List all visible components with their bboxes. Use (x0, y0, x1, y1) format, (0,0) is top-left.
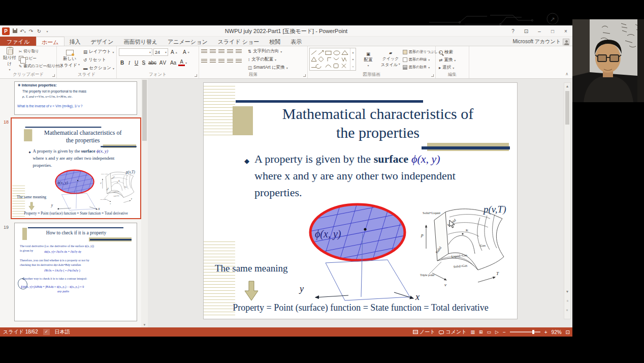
bold-button[interactable]: B (119, 60, 125, 66)
quick-styles-button[interactable]: ▰ クイック スタイル▾ (379, 48, 402, 71)
next-slide-button[interactable]: « (564, 307, 570, 314)
gallery-more-button[interactable]: ▿ (352, 65, 353, 68)
numbering-button[interactable] (210, 49, 216, 54)
decrease-indent-button[interactable] (218, 49, 224, 54)
replace-button[interactable]: ⇄置換▾ (439, 57, 456, 63)
tab-home[interactable]: ホーム (36, 37, 65, 46)
property-equation-text[interactable]: Property = Point (surface) function = St… (206, 302, 516, 313)
same-meaning-text[interactable]: The same meaning (17, 195, 46, 199)
tab-review[interactable]: 校閲 (264, 37, 285, 46)
slide-sorter-view-button[interactable]: ⊞ (479, 329, 483, 335)
select-button[interactable]: ▸選択▾ (439, 65, 454, 71)
slide-canvas[interactable]: Mathematical characteristics of the prop… (12, 119, 140, 218)
find-button[interactable]: 検索 (439, 49, 453, 55)
font-size-combo[interactable]: 24▾ (153, 48, 168, 56)
cut-button[interactable]: ✂切り取り (19, 49, 39, 54)
section-button[interactable]: ▬セクション▾ (83, 65, 114, 71)
normal-view-button[interactable]: ▥ (470, 329, 475, 335)
scroll-up-button[interactable]: ▲ (564, 83, 570, 90)
fit-to-window-button[interactable]: ⊡ (566, 329, 570, 335)
slide-title[interactable]: Mathematical characteristics of the prop… (30, 129, 136, 144)
shape-effects-button[interactable]: 図形の効果▾ (403, 65, 430, 70)
increase-indent-button[interactable] (227, 49, 233, 54)
italic-button[interactable]: I (126, 60, 133, 66)
account-area[interactable]: Microsoft アカウント (512, 38, 569, 45)
gallery-down-button[interactable]: ▾ (352, 57, 353, 61)
slide-body-line1[interactable]: A property is given by the surfaceϕ(x, y… (254, 153, 440, 166)
language-indicator[interactable]: 日本語 (55, 328, 70, 336)
clipboard-dialog-launcher[interactable] (52, 74, 55, 77)
customize-qat-button[interactable]: ▾ (44, 29, 50, 33)
justify-button[interactable] (227, 59, 233, 64)
ribbon-display-options-button[interactable]: ⊡ (520, 25, 533, 37)
slide-scrollbar[interactable]: ▲ ▼ « « (564, 82, 571, 319)
scroll-down-button[interactable]: ▼ (564, 288, 570, 295)
bullets-button[interactable] (201, 49, 207, 54)
slide-body-line1[interactable]: A property is given by the surfaceϕ(x, y… (33, 148, 108, 154)
thumbnail-scrollbar[interactable]: ▼ (141, 79, 148, 327)
same-meaning-text[interactable]: The same meaning (215, 263, 288, 274)
slide-scrollbar-thumb[interactable] (565, 91, 569, 125)
text-shadow-button[interactable]: S (140, 60, 147, 66)
shape-fill-button[interactable]: 図形の塗りつぶし▾ (403, 49, 441, 54)
collapse-ribbon-button[interactable]: ∧ (565, 72, 568, 76)
strikethrough-button[interactable]: abc (147, 60, 157, 66)
notes-button[interactable]: ノート (413, 328, 435, 336)
reset-button[interactable]: ↺リセット (83, 57, 106, 63)
repeat-button[interactable]: ↻ (36, 28, 42, 34)
underline-button[interactable]: U (133, 60, 140, 66)
paragraph-dialog-launcher[interactable] (303, 74, 306, 77)
tab-view[interactable]: 表示 (285, 37, 307, 46)
convert-smartart-button[interactable]: ◫SmartArt に変換▾ (248, 65, 288, 71)
thumbnail-slide-19[interactable]: How to check if it is a property The tot… (14, 223, 137, 321)
change-case-button[interactable]: Aa (169, 60, 178, 66)
shape-outline-button[interactable]: 図形の枠線▾ (403, 57, 430, 62)
undo-button[interactable]: ↶▾ (20, 28, 26, 34)
down-block-arrow[interactable] (28, 202, 35, 210)
grow-font-button[interactable]: A▴ (171, 49, 177, 55)
font-color-button[interactable]: A (178, 59, 185, 66)
slide-title[interactable]: Mathematical characteristics of the prop… (247, 104, 509, 142)
redo-button[interactable]: ↷ (28, 28, 34, 34)
tab-transitions[interactable]: 画面切り替え (119, 37, 163, 46)
close-button[interactable]: × (559, 25, 572, 37)
zoom-slider[interactable] (510, 331, 540, 332)
align-left-button[interactable] (201, 59, 207, 64)
align-text-button[interactable]: ↕文字の配置▾ (248, 56, 276, 63)
slideshow-button[interactable]: ▷ (495, 329, 499, 335)
minimize-button[interactable]: – (533, 25, 546, 37)
property-equation-text[interactable]: Property = Point (surface) function = St… (13, 211, 139, 216)
save-button[interactable] (12, 28, 18, 34)
zoom-in-button[interactable]: + (544, 329, 548, 335)
slide-canvas[interactable]: Mathematical characteristics of the prop… (203, 82, 518, 319)
copy-button[interactable]: コピー (19, 56, 37, 61)
thumbnail-scrollbar-down[interactable]: ▼ (141, 323, 148, 326)
thumbnail-slide-17[interactable]: ✳ Intensive properties: The property not… (14, 81, 137, 115)
thumbnail-slide-18-selected[interactable]: Mathematical characteristics of the prop… (11, 117, 141, 219)
arrange-button[interactable]: ▣ 配置 ▾ (358, 48, 378, 71)
align-right-button[interactable] (218, 59, 224, 64)
text-direction-button[interactable]: ⇅文字列の方向▾ (248, 48, 282, 54)
layout-button[interactable]: ▤レイアウト▾ (83, 49, 114, 55)
shrink-font-button[interactable]: A▾ (183, 49, 189, 55)
tab-insert[interactable]: 挿入 (65, 37, 86, 46)
font-dialog-launcher[interactable] (195, 74, 197, 77)
restore-button[interactable]: □ (546, 25, 559, 37)
paste-button[interactable]: 貼り付け ▾ (1, 47, 18, 71)
align-center-button[interactable] (210, 59, 216, 64)
drawing-dialog-launcher[interactable] (431, 74, 434, 77)
character-spacing-button[interactable]: AV (158, 60, 168, 66)
zoom-slider-thumb[interactable] (532, 330, 534, 334)
reading-view-button[interactable]: ▭ (487, 329, 491, 335)
help-button[interactable]: ? (506, 25, 520, 37)
previous-slide-button[interactable]: « (564, 297, 570, 305)
tab-design[interactable]: デザイン (86, 37, 119, 46)
tab-file[interactable]: ファイル (0, 37, 36, 46)
spell-check-icon[interactable]: ✓ (43, 329, 50, 335)
gallery-up-button[interactable]: ▴ (352, 50, 353, 54)
zoom-level[interactable]: 92% (552, 329, 562, 335)
shape-gallery[interactable]: ▴ ▾ ▿ (309, 48, 356, 71)
new-slide-button[interactable]: 新しい スライド▾ (58, 47, 81, 71)
line-spacing-button[interactable] (236, 49, 242, 54)
down-block-arrow[interactable] (244, 281, 259, 301)
